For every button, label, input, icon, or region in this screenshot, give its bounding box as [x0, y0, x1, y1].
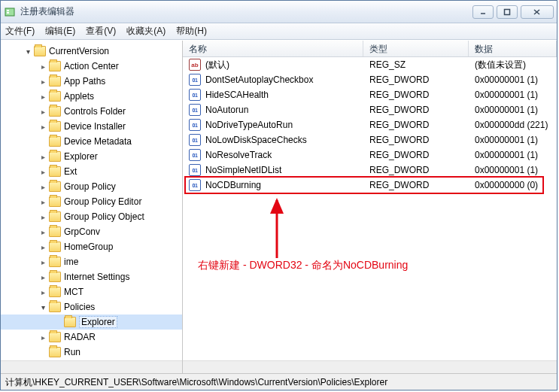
expand-icon[interactable]	[38, 243, 47, 251]
tree-node[interactable]: Device Metadata	[1, 134, 182, 149]
tree-node[interactable]: Ext	[1, 164, 182, 179]
folder-icon	[49, 347, 61, 357]
tree-node[interactable]: Device Installer	[1, 119, 182, 134]
menu-file[interactable]: 文件(F)	[5, 25, 35, 38]
folder-icon	[49, 257, 61, 267]
expand-icon[interactable]	[38, 62, 47, 71]
menu-favorites[interactable]: 收藏夹(A)	[126, 25, 166, 38]
value-row[interactable]: HideSCAHealthREG_DWORD0x00000001 (1)	[183, 87, 557, 102]
value-data: 0x00000001 (1)	[469, 105, 557, 115]
col-name[interactable]: 名称	[183, 41, 363, 56]
value-name: NoDriveTypeAutoRun	[205, 120, 293, 130]
expand-icon[interactable]	[38, 273, 47, 281]
value-data: 0x00000001 (1)	[469, 150, 557, 160]
value-data: 0x00000000 (0)	[469, 180, 557, 190]
minimize-button[interactable]	[472, 5, 494, 19]
folder-icon	[49, 181, 61, 192]
expand-icon[interactable]	[38, 303, 47, 311]
value-row[interactable]: NoAutorunREG_DWORD0x00000001 (1)	[183, 102, 557, 117]
annotation-text: 右键新建 - DWORD32 - 命名为NoCDBurning	[198, 259, 408, 272]
tree-hscroll[interactable]	[1, 360, 182, 373]
tree-node[interactable]: Group Policy Object	[1, 209, 182, 224]
value-row[interactable]: DontSetAutoplayCheckboxREG_DWORD0x000000…	[183, 72, 557, 87]
svg-rect-1	[7, 10, 9, 11]
tree-node[interactable]: HomeGroup	[1, 239, 182, 254]
tree-scroll[interactable]: CurrentVersionAction CenterApp PathsAppl…	[1, 41, 182, 360]
value-data: 0x00000001 (1)	[469, 135, 557, 145]
folder-icon	[49, 226, 61, 237]
expand-icon[interactable]	[38, 168, 47, 176]
value-row[interactable]: NoLowDiskSpaceChecksREG_DWORD0x00000001 …	[183, 132, 557, 147]
svg-rect-0	[5, 8, 14, 16]
tree-node[interactable]: Explorer	[1, 149, 182, 164]
tree-label: RADAR	[64, 332, 96, 342]
menu-view[interactable]: 查看(V)	[86, 25, 116, 38]
tree-label: Internet Settings	[64, 272, 129, 282]
tree-label: Group Policy	[64, 181, 116, 192]
tree-label: Device Metadata	[64, 136, 132, 147]
tree-node[interactable]: RADAR	[1, 330, 182, 345]
tree-label: Device Installer	[64, 121, 126, 132]
tree-node[interactable]: Internet Settings	[1, 269, 182, 284]
expand-icon[interactable]	[38, 183, 47, 191]
tree-node[interactable]: GrpConv	[1, 224, 182, 239]
expand-icon[interactable]	[38, 228, 47, 236]
close-button[interactable]	[521, 5, 554, 19]
tree-label: Explorer	[79, 316, 117, 328]
list-body[interactable]: (默认)REG_SZ(数值未设置)DontSetAutoplayCheckbox…	[183, 57, 557, 360]
expand-icon[interactable]	[38, 333, 47, 342]
expand-icon[interactable]	[38, 153, 47, 161]
value-row[interactable]: NoDriveTypeAutoRunREG_DWORD0x000000dd (2…	[183, 117, 557, 132]
tree-label: MCT	[64, 287, 84, 297]
tree-node[interactable]: Policies	[1, 299, 182, 315]
tree-node[interactable]: Run	[1, 345, 182, 360]
menu-help[interactable]: 帮助(H)	[176, 25, 207, 38]
value-data: 0x00000001 (1)	[469, 165, 557, 175]
tree-node[interactable]: Action Center	[1, 59, 182, 74]
list-hscroll[interactable]	[183, 360, 557, 373]
dword-value-icon	[189, 134, 201, 146]
value-type: REG_DWORD	[363, 90, 469, 100]
value-type: REG_DWORD	[363, 180, 469, 190]
dword-value-icon	[189, 74, 201, 86]
expand-icon[interactable]	[38, 288, 47, 296]
tree-node[interactable]: Controls Folder	[1, 104, 182, 119]
dword-value-icon	[189, 179, 201, 191]
value-data: (数值未设置)	[469, 59, 557, 71]
value-row[interactable]: NoResolveTrackREG_DWORD0x00000001 (1)	[183, 147, 557, 163]
value-row[interactable]: NoSimpleNetIDListREG_DWORD0x00000001 (1)	[183, 163, 557, 178]
value-row[interactable]: NoCDBurningREG_DWORD0x00000000 (0)	[183, 178, 557, 193]
dword-value-icon	[189, 149, 201, 161]
col-type[interactable]: 类型	[363, 41, 469, 56]
expand-icon[interactable]	[38, 258, 47, 266]
expand-icon[interactable]	[38, 213, 47, 221]
tree-node[interactable]: Explorer	[1, 315, 182, 330]
svg-rect-4	[505, 9, 510, 14]
expand-icon[interactable]	[38, 108, 47, 116]
expand-icon[interactable]	[38, 93, 47, 101]
window-controls	[472, 5, 554, 19]
folder-icon	[49, 196, 61, 207]
value-type: REG_DWORD	[363, 165, 469, 175]
tree-node[interactable]: App Paths	[1, 74, 182, 89]
tree-node[interactable]: Applets	[1, 89, 182, 104]
tree-node[interactable]: Group Policy Editor	[1, 194, 182, 209]
tree-node[interactable]: ime	[1, 254, 182, 269]
tree-label: CurrentVersion	[49, 46, 109, 56]
tree-node[interactable]: CurrentVersion	[1, 44, 182, 59]
col-data[interactable]: 数据	[469, 41, 557, 56]
value-row[interactable]: (默认)REG_SZ(数值未设置)	[183, 57, 557, 72]
maximize-button[interactable]	[497, 5, 518, 19]
dword-value-icon	[189, 104, 201, 116]
expand-icon[interactable]	[38, 198, 47, 206]
value-type: REG_DWORD	[363, 120, 469, 130]
value-name: NoSimpleNetIDList	[205, 165, 281, 175]
menu-edit[interactable]: 编辑(E)	[45, 25, 75, 38]
tree-node[interactable]: Group Policy	[1, 179, 182, 194]
expand-icon[interactable]	[38, 77, 47, 86]
tree-node[interactable]: MCT	[1, 284, 182, 299]
expand-icon[interactable]	[38, 123, 47, 131]
title-bar[interactable]: 注册表编辑器	[1, 1, 557, 23]
expand-icon[interactable]	[23, 47, 32, 56]
menu-bar: 文件(F) 编辑(E) 查看(V) 收藏夹(A) 帮助(H)	[1, 23, 557, 40]
